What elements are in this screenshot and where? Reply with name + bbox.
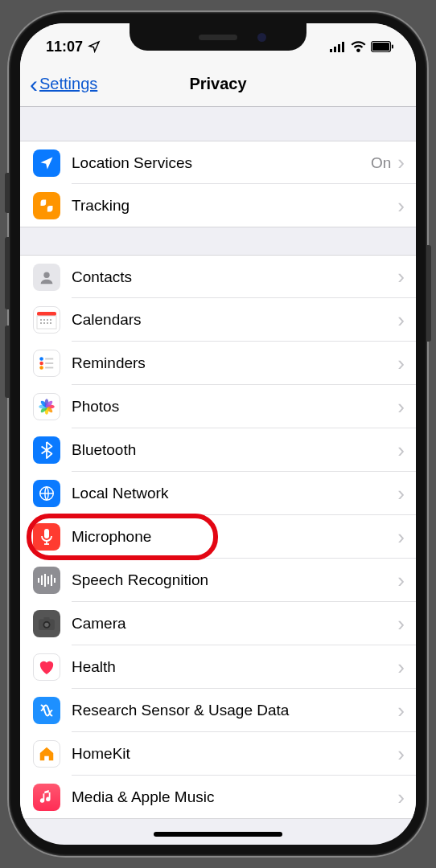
cell-label: Photos [72, 398, 397, 416]
cell-label: Calendars [72, 311, 397, 329]
home-icon [33, 740, 60, 768]
cell-calendars[interactable]: Calendars› [20, 298, 416, 342]
cell-contacts[interactable]: Contacts› [20, 255, 416, 298]
svg-point-15 [43, 322, 45, 324]
cell-photos[interactable]: Photos› [20, 385, 416, 428]
svg-rect-5 [372, 43, 389, 51]
chevron-right-icon: › [397, 264, 405, 289]
svg-point-13 [50, 319, 51, 321]
camera-icon [33, 610, 60, 637]
battery-icon [371, 41, 393, 52]
svg-rect-3 [342, 42, 344, 52]
chevron-right-icon: › [397, 742, 405, 767]
cellular-icon [330, 42, 346, 52]
wifi-icon [351, 41, 366, 52]
mic-icon [33, 523, 60, 551]
svg-point-20 [39, 366, 43, 370]
svg-rect-43 [43, 617, 49, 620]
chevron-right-icon: › [397, 568, 405, 593]
chevron-right-icon: › [397, 150, 405, 175]
svg-rect-23 [45, 367, 53, 369]
cell-label: Contacts [72, 268, 397, 286]
tracking-icon [33, 192, 60, 219]
svg-point-7 [43, 272, 49, 277]
svg-rect-6 [392, 45, 393, 49]
cell-label: Reminders [72, 354, 397, 372]
location-arrow-icon [88, 40, 101, 53]
heart-icon [33, 653, 60, 681]
svg-point-11 [43, 319, 45, 321]
chevron-right-icon: › [397, 785, 405, 810]
globe-icon [33, 480, 60, 507]
chevron-right-icon: › [397, 194, 405, 219]
cell-label: Health [72, 658, 397, 676]
music-icon [33, 784, 60, 811]
cell-label: Bluetooth [72, 441, 397, 459]
notch [130, 23, 306, 51]
chevron-right-icon: › [397, 525, 405, 550]
page-title: Privacy [189, 75, 246, 93]
location-icon [33, 149, 60, 177]
svg-point-45 [44, 623, 48, 627]
svg-point-17 [50, 322, 51, 324]
cell-location-services[interactable]: Location ServicesOn› [20, 141, 416, 184]
svg-point-12 [47, 319, 48, 321]
cell-homekit[interactable]: HomeKit› [20, 732, 416, 776]
svg-rect-22 [45, 362, 53, 364]
waveform-icon [33, 567, 60, 594]
chevron-right-icon: › [397, 655, 405, 680]
chevron-right-icon: › [397, 351, 405, 376]
reminders-icon [33, 350, 60, 377]
chevron-right-icon: › [397, 612, 405, 637]
cell-label: Tracking [72, 197, 397, 215]
chevron-right-icon: › [397, 395, 405, 420]
calendar-icon [33, 306, 60, 334]
cell-research[interactable]: Research Sensor & Usage Data› [20, 689, 416, 732]
research-icon [33, 697, 60, 724]
chevron-right-icon: › [397, 481, 405, 506]
cell-tracking[interactable]: Tracking› [20, 184, 416, 227]
chevron-right-icon: › [397, 438, 405, 463]
cell-label: Media & Apple Music [72, 788, 397, 806]
svg-point-19 [39, 362, 43, 366]
cell-camera[interactable]: Camera› [20, 602, 416, 645]
svg-rect-2 [338, 44, 340, 52]
cell-label: Location Services [72, 154, 371, 172]
phone-frame: 11:07 ‹ Settings Privacy Location Servic… [9, 12, 427, 856]
cell-speech-recognition[interactable]: Speech Recognition› [20, 559, 416, 602]
chevron-left-icon: ‹ [30, 71, 38, 98]
svg-rect-8 [37, 312, 56, 316]
cell-local-network[interactable]: Local Network› [20, 472, 416, 515]
settings-list[interactable]: Location ServicesOn›Tracking›Contacts›Ca… [20, 107, 416, 819]
screen: 11:07 ‹ Settings Privacy Location Servic… [20, 23, 416, 845]
svg-point-10 [40, 319, 42, 321]
cell-media[interactable]: Media & Apple Music› [20, 776, 416, 819]
svg-rect-33 [44, 529, 49, 538]
cell-label: Research Sensor & Usage Data [72, 702, 397, 719]
svg-rect-1 [334, 47, 336, 52]
cell-label: Camera [72, 615, 397, 633]
svg-rect-0 [330, 49, 332, 52]
back-button[interactable]: ‹ Settings [30, 71, 97, 98]
cell-health[interactable]: Health› [20, 645, 416, 689]
cell-reminders[interactable]: Reminders› [20, 342, 416, 385]
svg-point-16 [47, 322, 48, 324]
photos-icon [33, 393, 60, 420]
cell-detail: On [371, 154, 391, 172]
status-time: 11:07 [46, 39, 83, 55]
cell-label: Local Network [72, 485, 397, 502]
home-indicator[interactable] [154, 832, 282, 837]
cell-bluetooth[interactable]: Bluetooth› [20, 428, 416, 472]
chevron-right-icon: › [397, 308, 405, 333]
cell-label: Speech Recognition [72, 571, 397, 589]
back-label: Settings [39, 75, 97, 93]
contacts-icon [33, 264, 60, 291]
cell-label: Microphone [72, 528, 397, 546]
cell-microphone[interactable]: Microphone› [20, 515, 416, 559]
cell-label: HomeKit [72, 745, 397, 763]
bluetooth-icon [33, 436, 60, 464]
svg-point-14 [40, 322, 42, 324]
svg-rect-21 [45, 358, 53, 360]
svg-rect-9 [37, 316, 56, 329]
chevron-right-icon: › [397, 698, 405, 723]
